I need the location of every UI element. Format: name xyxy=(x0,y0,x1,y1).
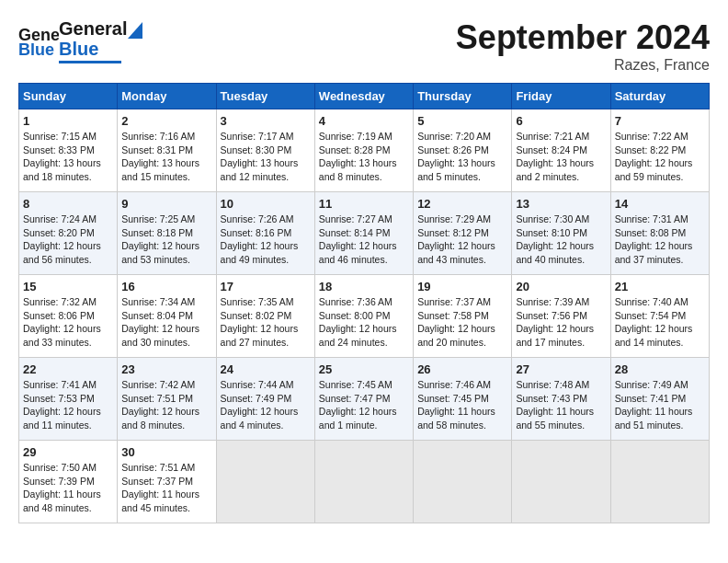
day-number: 10 xyxy=(221,197,311,211)
calendar-cell: 26Sunrise: 7:46 AMSunset: 7:45 PMDayligh… xyxy=(414,358,512,441)
logo-icon: General Blue xyxy=(18,20,59,61)
calendar-cell: 8Sunrise: 7:24 AMSunset: 8:20 PMDaylight… xyxy=(19,192,118,275)
logo-triangle-icon xyxy=(128,18,142,39)
calendar-cell: 9Sunrise: 7:25 AMSunset: 8:18 PMDaylight… xyxy=(118,192,216,275)
calendar-cell: 4Sunrise: 7:19 AMSunset: 8:28 PMDaylight… xyxy=(314,109,413,192)
col-friday: Friday xyxy=(512,84,610,109)
calendar-cell: 6Sunrise: 7:21 AMSunset: 8:24 PMDaylight… xyxy=(512,109,610,192)
calendar-cell: 30Sunrise: 7:51 AMSunset: 7:37 PMDayligh… xyxy=(118,441,216,523)
day-info: Sunrise: 7:46 AMSunset: 7:45 PMDaylight:… xyxy=(417,379,495,431)
logo-blue: Blue xyxy=(59,39,98,60)
calendar-cell: 16Sunrise: 7:34 AMSunset: 8:04 PMDayligh… xyxy=(118,275,216,358)
day-info: Sunrise: 7:40 AMSunset: 7:54 PMDaylight:… xyxy=(615,296,693,348)
calendar-cell: 29Sunrise: 7:50 AMSunset: 7:39 PMDayligh… xyxy=(19,441,118,523)
day-number: 17 xyxy=(221,280,311,293)
calendar-cell: 24Sunrise: 7:44 AMSunset: 7:49 PMDayligh… xyxy=(216,358,314,441)
day-info: Sunrise: 7:30 AMSunset: 8:10 PMDaylight:… xyxy=(516,213,594,265)
day-info: Sunrise: 7:36 AMSunset: 8:00 PMDaylight:… xyxy=(319,296,397,348)
calendar-cell xyxy=(512,441,610,523)
day-number: 30 xyxy=(121,445,211,459)
calendar-week-2: 8Sunrise: 7:24 AMSunset: 8:20 PMDaylight… xyxy=(19,192,710,275)
month-title: September 2024 xyxy=(456,18,710,57)
logo-underline xyxy=(59,61,121,63)
day-info: Sunrise: 7:49 AMSunset: 7:41 PMDaylight:… xyxy=(615,379,693,431)
calendar-cell: 27Sunrise: 7:48 AMSunset: 7:43 PMDayligh… xyxy=(512,358,610,441)
calendar-cell: 28Sunrise: 7:49 AMSunset: 7:41 PMDayligh… xyxy=(610,358,709,441)
page-header: General Blue General Blue September 2024… xyxy=(18,18,710,74)
calendar-cell: 21Sunrise: 7:40 AMSunset: 7:54 PMDayligh… xyxy=(610,275,709,358)
logo: General Blue General Blue xyxy=(18,18,142,63)
calendar-week-1: 1Sunrise: 7:15 AMSunset: 8:33 PMDaylight… xyxy=(19,109,710,192)
day-number: 28 xyxy=(615,362,705,376)
day-info: Sunrise: 7:16 AMSunset: 8:31 PMDaylight:… xyxy=(121,131,199,182)
day-number: 22 xyxy=(23,362,113,376)
calendar-cell: 13Sunrise: 7:30 AMSunset: 8:10 PMDayligh… xyxy=(512,192,610,275)
day-info: Sunrise: 7:15 AMSunset: 8:33 PMDaylight:… xyxy=(23,131,101,182)
location: Razes, France xyxy=(456,57,710,74)
day-number: 11 xyxy=(319,197,409,211)
day-info: Sunrise: 7:19 AMSunset: 8:28 PMDaylight:… xyxy=(319,131,397,182)
calendar-cell: 18Sunrise: 7:36 AMSunset: 8:00 PMDayligh… xyxy=(314,275,413,358)
calendar-cell: 11Sunrise: 7:27 AMSunset: 8:14 PMDayligh… xyxy=(314,192,413,275)
calendar-cell xyxy=(216,441,314,523)
calendar-cell: 19Sunrise: 7:37 AMSunset: 7:58 PMDayligh… xyxy=(414,275,512,358)
day-info: Sunrise: 7:27 AMSunset: 8:14 PMDaylight:… xyxy=(319,213,397,265)
col-monday: Monday xyxy=(118,84,216,109)
day-number: 9 xyxy=(121,197,211,211)
day-info: Sunrise: 7:51 AMSunset: 7:37 PMDaylight:… xyxy=(121,462,199,513)
day-number: 5 xyxy=(417,114,507,128)
calendar-cell: 17Sunrise: 7:35 AMSunset: 8:02 PMDayligh… xyxy=(216,275,314,358)
col-thursday: Thursday xyxy=(414,84,512,109)
calendar-cell: 22Sunrise: 7:41 AMSunset: 7:53 PMDayligh… xyxy=(19,358,118,441)
day-info: Sunrise: 7:26 AMSunset: 8:16 PMDaylight:… xyxy=(221,213,299,265)
day-number: 23 xyxy=(121,362,211,376)
day-info: Sunrise: 7:35 AMSunset: 8:02 PMDaylight:… xyxy=(221,296,299,348)
day-number: 20 xyxy=(516,280,606,293)
day-number: 29 xyxy=(23,445,113,459)
day-number: 8 xyxy=(23,197,113,211)
day-info: Sunrise: 7:39 AMSunset: 7:56 PMDaylight:… xyxy=(516,296,594,348)
col-sunday: Sunday xyxy=(19,84,118,109)
col-saturday: Saturday xyxy=(610,84,709,109)
calendar-week-3: 15Sunrise: 7:32 AMSunset: 8:06 PMDayligh… xyxy=(19,275,710,358)
header-row: Sunday Monday Tuesday Wednesday Thursday… xyxy=(19,84,710,109)
calendar-cell: 20Sunrise: 7:39 AMSunset: 7:56 PMDayligh… xyxy=(512,275,610,358)
calendar-cell: 7Sunrise: 7:22 AMSunset: 8:22 PMDaylight… xyxy=(610,109,709,192)
day-number: 24 xyxy=(221,362,311,376)
calendar-cell: 15Sunrise: 7:32 AMSunset: 8:06 PMDayligh… xyxy=(19,275,118,358)
day-info: Sunrise: 7:17 AMSunset: 8:30 PMDaylight:… xyxy=(221,131,299,182)
day-info: Sunrise: 7:41 AMSunset: 7:53 PMDaylight:… xyxy=(23,379,101,431)
calendar-cell: 12Sunrise: 7:29 AMSunset: 8:12 PMDayligh… xyxy=(414,192,512,275)
day-number: 6 xyxy=(516,114,606,128)
calendar-cell: 14Sunrise: 7:31 AMSunset: 8:08 PMDayligh… xyxy=(610,192,709,275)
col-tuesday: Tuesday xyxy=(216,84,314,109)
day-number: 27 xyxy=(516,362,606,376)
svg-text:Blue: Blue xyxy=(18,40,54,59)
day-number: 18 xyxy=(319,280,409,293)
day-info: Sunrise: 7:50 AMSunset: 7:39 PMDaylight:… xyxy=(23,462,101,513)
day-number: 13 xyxy=(516,197,606,211)
day-info: Sunrise: 7:20 AMSunset: 8:26 PMDaylight:… xyxy=(417,131,495,182)
day-info: Sunrise: 7:29 AMSunset: 8:12 PMDaylight:… xyxy=(417,213,495,265)
day-info: Sunrise: 7:44 AMSunset: 7:49 PMDaylight:… xyxy=(221,379,299,431)
day-number: 1 xyxy=(23,114,113,128)
day-number: 16 xyxy=(121,280,211,293)
day-info: Sunrise: 7:25 AMSunset: 8:18 PMDaylight:… xyxy=(121,213,199,265)
day-number: 15 xyxy=(23,280,113,293)
day-number: 4 xyxy=(319,114,409,128)
day-info: Sunrise: 7:32 AMSunset: 8:06 PMDaylight:… xyxy=(23,296,101,348)
day-info: Sunrise: 7:24 AMSunset: 8:20 PMDaylight:… xyxy=(23,213,101,265)
day-info: Sunrise: 7:31 AMSunset: 8:08 PMDaylight:… xyxy=(615,213,693,265)
logo-general: General xyxy=(59,19,127,38)
calendar-cell: 2Sunrise: 7:16 AMSunset: 8:31 PMDaylight… xyxy=(118,109,216,192)
calendar-cell: 23Sunrise: 7:42 AMSunset: 7:51 PMDayligh… xyxy=(118,358,216,441)
day-number: 19 xyxy=(417,280,507,293)
calendar-week-4: 22Sunrise: 7:41 AMSunset: 7:53 PMDayligh… xyxy=(19,358,710,441)
calendar-cell: 3Sunrise: 7:17 AMSunset: 8:30 PMDaylight… xyxy=(216,109,314,192)
day-number: 3 xyxy=(221,114,311,128)
day-info: Sunrise: 7:21 AMSunset: 8:24 PMDaylight:… xyxy=(516,131,594,182)
day-info: Sunrise: 7:48 AMSunset: 7:43 PMDaylight:… xyxy=(516,379,594,431)
day-info: Sunrise: 7:34 AMSunset: 8:04 PMDaylight:… xyxy=(121,296,199,348)
day-number: 26 xyxy=(417,362,507,376)
col-wednesday: Wednesday xyxy=(314,84,413,109)
